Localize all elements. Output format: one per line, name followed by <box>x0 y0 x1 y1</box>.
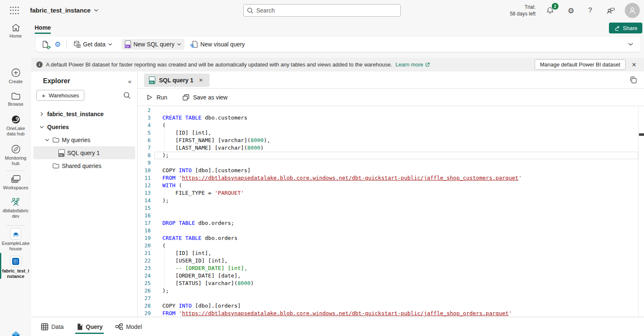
code-line-21[interactable]: 21 [ID] [int], <box>138 249 644 257</box>
editor-scrollbar[interactable] <box>638 107 644 317</box>
code-line-8[interactable]: 8); <box>138 152 644 159</box>
tab-query[interactable]: Query <box>76 317 103 336</box>
line-number: 20 <box>138 242 154 249</box>
code-line-29[interactable]: 29FROM 'https://dbtlabsynapsedatalake.bl… <box>138 310 644 317</box>
new-sql-query-button[interactable]: SQL New SQL query <box>121 39 184 50</box>
nav-item-fabric-test-instance[interactable]: fabric_test_instance <box>0 256 31 279</box>
code-line-5[interactable]: 5 [ID] [int], <box>138 129 644 137</box>
code-line-22[interactable]: 22 [USER_ID] [int], <box>138 257 644 265</box>
nav-workspaces[interactable]: Workspaces <box>0 175 31 191</box>
get-data-label: Get data <box>83 41 106 48</box>
nav-onelake-data-hub[interactable]: OneLake data hub <box>0 115 31 137</box>
sql-file-icon: SQL <box>149 76 155 84</box>
query-tab-bar: SQL SQL query 1 ✕ <box>138 71 644 89</box>
chevron-down-icon <box>628 43 633 46</box>
notification-badge: 2 <box>552 3 558 10</box>
explorer-search-button[interactable] <box>124 92 131 99</box>
code-line-19[interactable]: 19CREATE TABLE dbo.orders <box>138 234 644 242</box>
manage-default-dataset-button[interactable]: Manage default Power BI dataset <box>535 59 626 70</box>
code-line-16[interactable]: 16 <box>138 212 644 219</box>
line-number: 24 <box>138 272 154 280</box>
banner-text: A default Power BI dataset for faster re… <box>46 61 392 68</box>
line-number: 29 <box>138 310 154 317</box>
share-button[interactable]: Share <box>609 23 642 33</box>
code-line-27[interactable]: 27 <box>138 295 644 302</box>
notifications-button[interactable]: 2 <box>545 5 555 15</box>
code-line-18[interactable]: 18 <box>138 227 644 234</box>
learn-more-link[interactable]: Learn more <box>396 61 430 68</box>
code-line-20[interactable]: 20( <box>138 242 644 249</box>
code-line-11[interactable]: 11FROM 'https://dbtlabsynapsedatalake.bl… <box>138 174 644 182</box>
nav-monitoring-hub[interactable]: Monitoring hub <box>0 144 31 166</box>
settings-button[interactable]: ⚙ <box>566 5 576 15</box>
info-icon: i <box>36 61 43 68</box>
get-data-button[interactable]: Get data <box>70 39 116 50</box>
code-line-28[interactable]: 28COPY INTO [dbo].[orders] <box>138 302 644 310</box>
code-text: [ID] [int], <box>162 129 211 137</box>
code-text: [FIRST_NAME] [varchar](8000), <box>162 137 270 144</box>
banner-close-button[interactable]: ✕ <box>629 60 639 70</box>
feedback-button[interactable] <box>606 5 616 15</box>
new-visual-query-button[interactable]: New visual query <box>187 39 248 50</box>
line-number: 19 <box>138 234 154 242</box>
database-icon <box>73 41 81 48</box>
run-button[interactable]: Run <box>146 94 167 101</box>
code-line-24[interactable]: 24 [ORDER_DATE] [date], <box>138 272 644 280</box>
code-line-10[interactable]: 10COPY INTO [dbo].[customers] <box>138 167 644 174</box>
nav-home[interactable]: Home <box>0 23 31 39</box>
ribbon-collapse-button[interactable] <box>628 43 633 46</box>
warehouse-settings-button[interactable]: ⚙ <box>52 39 63 50</box>
account-avatar[interactable] <box>625 3 640 18</box>
code-line-26[interactable]: 26); <box>138 287 644 295</box>
nav-browse[interactable]: Browse <box>0 92 31 107</box>
code-line-9[interactable]: 9 <box>138 159 644 167</box>
save-as-view-button[interactable]: Save as view <box>182 94 227 101</box>
chevron-down-icon <box>44 139 50 141</box>
folder-icon <box>53 163 59 168</box>
code-line-25[interactable]: 25 [STATUS] [varchar](8000) <box>138 280 644 287</box>
nav-create[interactable]: Create <box>0 68 31 84</box>
tree-item-queries[interactable]: Queries <box>33 120 135 133</box>
tree-item-my-queries[interactable]: My queries <box>33 133 135 146</box>
tree-item-warehouse[interactable]: fabric_test_instance <box>33 107 135 120</box>
rail-divider <box>6 171 25 171</box>
line-number: 2 <box>138 107 154 114</box>
code-line-3[interactable]: 3CREATE TABLE dbo.customers <box>138 114 644 122</box>
sql-file-icon: SQL <box>58 149 65 157</box>
code-line-14[interactable]: 14); <box>138 197 644 204</box>
code-line-13[interactable]: 13 FILE_TYPE = 'PARQUET' <box>138 189 644 197</box>
collapse-panel-icon[interactable]: « <box>128 78 131 85</box>
app-launcher-icon[interactable] <box>9 6 19 15</box>
code-line-12[interactable]: 12WITH ( <box>138 182 644 189</box>
workspace-title-menu[interactable]: fabric_test_instance <box>30 7 98 14</box>
code-line-17[interactable]: 17DROP TABLE dbo.orders; <box>138 219 644 227</box>
sql-code-editor[interactable]: 23CREATE TABLE dbo.customers4(5 [ID] [in… <box>138 107 644 317</box>
code-line-6[interactable]: 6 [FIRST_NAME] [varchar](8000), <box>138 137 644 144</box>
indent-guide <box>164 265 164 272</box>
close-tab-button[interactable]: ✕ <box>197 76 205 84</box>
tab-home[interactable]: Home <box>35 23 51 34</box>
add-warehouses-button[interactable]: + Warehouses <box>36 90 84 101</box>
refresh-button[interactable]: ⟳ <box>40 39 51 50</box>
code-line-23[interactable]: 23 -- [ORDER_DATE] [int], <box>138 265 644 272</box>
nav-data-warehouse[interactable]: Data Warehouse <box>0 330 31 336</box>
code-line-4[interactable]: 4( <box>138 122 644 129</box>
tree-item-sql-query-1[interactable]: SQL SQL query 1 <box>33 146 135 159</box>
nav-item-examplelakehouse[interactable]: ExampleLakehouse <box>0 228 31 252</box>
help-button[interactable]: ? <box>585 5 595 15</box>
close-icon: ✕ <box>199 77 203 83</box>
search-input[interactable] <box>256 7 397 14</box>
nav-workspace-dbtlabsfabricdev[interactable]: dbtlabsfabricdev <box>0 197 31 219</box>
code-line-7[interactable]: 7 [LAST_NAME] [varchar](8000) <box>138 144 644 152</box>
tab-model[interactable]: Model <box>115 317 142 336</box>
line-number: 22 <box>138 257 154 265</box>
close-icon: ✕ <box>631 61 636 68</box>
code-line-15[interactable]: 15 <box>138 204 644 212</box>
tree-item-shared-queries[interactable]: Shared queries <box>33 159 135 172</box>
code-text: WITH ( <box>162 182 182 189</box>
tab-data[interactable]: Data <box>41 317 64 336</box>
tab-sql-query-1[interactable]: SQL SQL query 1 ✕ <box>144 74 210 87</box>
open-tabs-list-button[interactable] <box>629 76 637 84</box>
code-line-2[interactable]: 2 <box>138 107 644 114</box>
code-text: ); <box>162 197 169 204</box>
